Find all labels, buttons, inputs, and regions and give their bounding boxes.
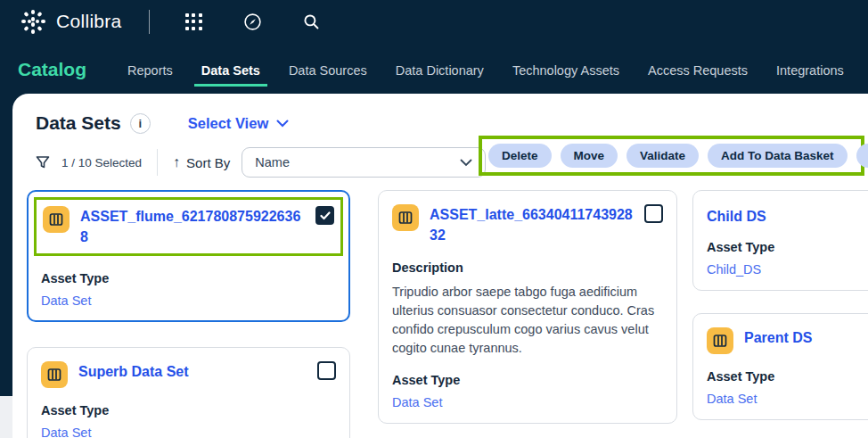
card-checkbox[interactable] [317, 361, 336, 380]
info-icon[interactable]: i [130, 113, 151, 134]
sort-ascending-icon[interactable]: ↑ [173, 154, 180, 170]
card-header: ASSET_flume_6217808759226368 [43, 206, 334, 247]
apps-grid-icon[interactable] [185, 13, 202, 30]
asset-type-value-link[interactable]: Child_DS [707, 262, 868, 277]
tab-reports[interactable]: Reports [127, 63, 173, 94]
table-asset-icon [43, 206, 70, 233]
card-header: Parent DS [707, 327, 868, 354]
card-title-link[interactable]: ASSET_flume_6217808759226368 [80, 206, 305, 247]
add-to-data-basket-button[interactable]: Add To Data Basket [708, 144, 848, 168]
card-title-link[interactable]: ASSET_latte_6634041174392832 [430, 204, 634, 245]
asset-type-value-link[interactable]: Data Set [41, 426, 336, 438]
tab-data-sources[interactable]: Data Sources [289, 63, 367, 94]
tab-integrations[interactable]: Integrations [776, 63, 844, 94]
collibra-logo-icon [20, 8, 46, 35]
compass-icon[interactable] [243, 12, 262, 31]
data-set-card-superb[interactable]: Superb Data Set Asset Type Data Set [27, 347, 350, 438]
card-title-link[interactable]: Superb Data Set [78, 361, 307, 382]
sort-field-value: Name [255, 155, 290, 169]
card-header: ASSET_latte_6634041174392832 [392, 204, 663, 245]
approval-button[interactable]: Approval [856, 144, 868, 168]
asset-type-label: Asset Type [707, 369, 868, 384]
annotation-box-actions: Delete Move Validate Add To Data Basket … [479, 136, 864, 176]
table-asset-icon [392, 204, 419, 231]
annotation-box-selected-card: ASSET_flume_6217808759226368 [34, 197, 343, 256]
panel-header: Data Sets i Select View [12, 94, 868, 134]
funnel-icon[interactable] [36, 155, 50, 169]
checkmark-icon [320, 211, 331, 220]
catalog-brand: Catalog [18, 59, 86, 94]
card-title-link[interactable]: Child DS [707, 209, 868, 225]
brand-title: Collibra [56, 11, 122, 32]
top-bar: Collibra [0, 0, 868, 43]
tab-data-sets[interactable]: Data Sets [194, 63, 267, 87]
data-set-card-child-ds[interactable]: Child DS Asset Type Child_DS [692, 190, 868, 291]
page-title: Data Sets [36, 112, 121, 134]
card-header: Superb Data Set [41, 361, 336, 388]
asset-type-label: Asset Type [707, 240, 868, 254]
description-text: Tripudio arbor saepe tabgo fuga aedifici… [392, 283, 663, 358]
card-column-3: Child DS Asset Type Child_DS Parent DS A… [692, 190, 868, 420]
delete-button[interactable]: Delete [488, 144, 552, 168]
search-icon[interactable] [303, 13, 320, 30]
tab-data-dictionary[interactable]: Data Dictionary [396, 63, 484, 94]
data-sets-panel: Data Sets i Select View 1 / 10 Selected … [12, 94, 868, 438]
select-view-label: Select View [188, 115, 269, 132]
asset-type-value-link[interactable]: Data Set [392, 395, 663, 409]
sort-by-label: Sort By [186, 155, 230, 170]
tab-technology-assets[interactable]: Technology Assets [512, 63, 619, 94]
tab-access-requests[interactable]: Access Requests [648, 63, 748, 94]
description-label: Description [392, 260, 663, 275]
selected-count: 1 / 10 Selected [61, 156, 142, 169]
card-title-link[interactable]: Parent DS [744, 327, 868, 348]
sort-field-select[interactable]: Name [242, 147, 486, 178]
asset-type-label: Asset Type [41, 271, 336, 285]
card-checkbox[interactable] [644, 204, 663, 223]
content-background: Data Sets i Select View 1 / 10 Selected … [0, 94, 868, 438]
select-view-dropdown[interactable]: Select View [188, 115, 290, 132]
asset-type-label: Asset Type [41, 403, 336, 417]
catalog-nav: Catalog Reports Data Sets Data Sources D… [0, 43, 868, 94]
card-column-1: ASSET_flume_6217808759226368 Asset Type … [27, 190, 350, 438]
header-divider [149, 10, 150, 34]
chevron-down-icon [276, 120, 289, 128]
data-set-card-asset-flume[interactable]: ASSET_flume_6217808759226368 Asset Type … [27, 190, 350, 322]
card-column-2: ASSET_latte_6634041174392832 Description… [378, 190, 677, 424]
toolbar-divider [157, 149, 158, 176]
table-asset-icon [707, 327, 733, 354]
asset-type-label: Asset Type [392, 373, 663, 387]
asset-type-value-link[interactable]: Data Set [41, 293, 336, 308]
data-set-card-parent-ds[interactable]: Parent DS Asset Type Data Set [692, 313, 868, 420]
chevron-down-icon [460, 159, 472, 167]
move-button[interactable]: Move [561, 144, 618, 168]
data-set-card-asset-latte[interactable]: ASSET_latte_6634041174392832 Description… [378, 190, 677, 424]
validate-button[interactable]: Validate [626, 144, 699, 168]
table-asset-icon [41, 361, 68, 388]
asset-type-value-link[interactable]: Data Set [707, 392, 868, 406]
card-checkbox[interactable] [315, 206, 334, 225]
